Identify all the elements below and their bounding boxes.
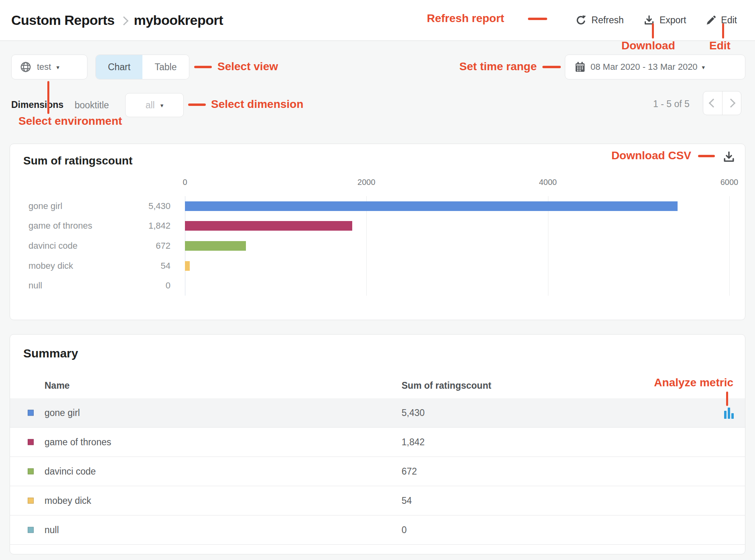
chart-plot-cell <box>185 196 729 216</box>
annotation-select-environment: Select environment <box>18 115 122 128</box>
chart-bar <box>185 241 246 251</box>
axis-tick: 0 <box>183 178 187 187</box>
annotation-download-csv: Download CSV <box>611 149 691 162</box>
chart-row: mobey dick54 <box>10 256 729 276</box>
table-row[interactable]: gone girl5,430 <box>10 398 745 428</box>
chevron-right-icon <box>120 16 129 25</box>
row-name: mobey dick <box>45 495 91 506</box>
chart-row-label: null <box>10 280 136 291</box>
refresh-button[interactable]: Refresh <box>575 14 624 26</box>
tab-chart[interactable]: Chart <box>96 55 142 79</box>
chart-card: Sum of ratingscount 0200040006000 gone g… <box>10 144 745 320</box>
chart-row-label: davinci code <box>10 241 136 251</box>
chart-bar <box>185 261 190 271</box>
refresh-icon <box>575 14 587 26</box>
caret-down-icon: ▾ <box>56 64 59 70</box>
annotation-line <box>542 66 561 68</box>
row-value: 0 <box>402 525 407 536</box>
download-csv-button[interactable] <box>722 150 736 166</box>
table-row[interactable]: davinci code672 <box>10 457 745 486</box>
table-row[interactable]: null0 <box>10 515 745 545</box>
tab-table[interactable]: Table <box>142 55 189 79</box>
chart-row-label: mobey dick <box>10 261 136 271</box>
breadcrumb: Custom Reports mybookreport <box>11 0 223 41</box>
table-header: Name Sum of ratingscount <box>10 373 745 399</box>
chevron-left-icon <box>709 99 718 108</box>
annotation-analyze-metric: Analyze metric <box>654 376 733 389</box>
previous-page-button[interactable] <box>703 91 722 115</box>
grid-line <box>729 196 730 296</box>
breadcrumb-custom-reports[interactable]: Custom Reports <box>11 12 114 28</box>
environment-select[interactable]: test ▾ <box>11 55 87 79</box>
table-row[interactable]: mobey dick54 <box>10 486 745 515</box>
chart-plot-cell <box>185 236 729 256</box>
calendar-icon <box>574 61 586 73</box>
breadcrumb-report-name: mybookreport <box>134 12 223 28</box>
legend-swatch <box>28 527 34 533</box>
annotation-line <box>698 155 715 157</box>
dimensions-label: Dimensions <box>11 99 63 110</box>
row-value: 5,430 <box>402 408 425 418</box>
annotation-line <box>47 81 49 114</box>
axis-tick: 6000 <box>720 178 739 187</box>
chart-title: Sum of ratingscount <box>23 154 132 167</box>
row-name: davinci code <box>45 466 96 477</box>
chart-row-label: game of thrones <box>10 221 136 231</box>
annotation-refresh-report: Refresh report <box>427 12 504 25</box>
summary-card: Summary Name Sum of ratingscount gone gi… <box>10 334 745 554</box>
date-range-picker[interactable]: 08 Mar 2020 - 13 Mar 2020 ▾ <box>565 55 745 79</box>
annotation-line <box>528 18 547 20</box>
chart-plot-cell <box>185 216 729 236</box>
view-toggle: Chart Table <box>95 55 189 79</box>
edit-button[interactable]: Edit <box>705 15 737 26</box>
annotation-line <box>194 66 212 68</box>
bar-chart-icon <box>728 408 730 419</box>
table-body: gone girl5,430game of thrones1,842davinc… <box>10 398 745 545</box>
annotation-set-time-range: Set time range <box>459 60 537 73</box>
refresh-label: Refresh <box>591 15 624 26</box>
annotation-line <box>722 23 724 39</box>
next-page-button[interactable] <box>722 91 741 115</box>
row-name: game of thrones <box>45 437 111 448</box>
row-value: 54 <box>402 495 412 506</box>
annotation-line <box>652 23 654 39</box>
legend-swatch <box>28 469 34 475</box>
caret-down-icon: ▾ <box>702 64 705 70</box>
dimension-filter-value: all <box>146 100 155 111</box>
export-label: Export <box>660 15 686 26</box>
analyze-metric-button[interactable] <box>724 407 734 419</box>
axis-tick: 2000 <box>357 178 375 187</box>
chart-row: davinci code672 <box>10 236 729 256</box>
bar-chart-icon <box>731 413 734 419</box>
annotation-line <box>188 103 206 106</box>
table-row[interactable]: game of thrones1,842 <box>10 428 745 457</box>
axis-tick: 4000 <box>539 178 557 187</box>
export-button[interactable]: Export <box>643 14 686 26</box>
chart-plot-cell <box>185 256 729 276</box>
date-range-value: 08 Mar 2020 - 13 Mar 2020 <box>591 62 698 72</box>
row-name: null <box>45 525 59 536</box>
annotation-select-view: Select view <box>217 60 278 73</box>
column-header-value: Sum of ratingscount <box>402 380 491 391</box>
row-value: 672 <box>402 466 417 477</box>
row-value: 1,842 <box>402 437 425 448</box>
chart-bar <box>185 201 678 211</box>
chart-plot-cell <box>185 276 729 296</box>
caret-down-icon: ▾ <box>160 102 164 108</box>
chart-rows: gone girl5,430game of thrones1,842davinc… <box>10 196 729 296</box>
chart-row: gone girl5,430 <box>10 196 729 216</box>
column-header-name: Name <box>45 380 70 391</box>
chart-bar <box>185 221 352 231</box>
globe-icon <box>20 61 32 73</box>
pagination-controls <box>703 91 741 115</box>
row-name: gone girl <box>45 408 80 418</box>
environment-value: test <box>37 62 51 72</box>
pencil-icon <box>705 15 716 26</box>
legend-swatch <box>28 498 34 504</box>
dimension-filter-select[interactable]: all ▾ <box>125 93 184 117</box>
chart-row-value: 0 <box>136 280 170 291</box>
chart-row-value: 672 <box>136 241 170 251</box>
chart-row-value: 5,430 <box>136 201 170 211</box>
chart-row-label: gone girl <box>10 201 136 211</box>
legend-swatch <box>28 410 34 416</box>
